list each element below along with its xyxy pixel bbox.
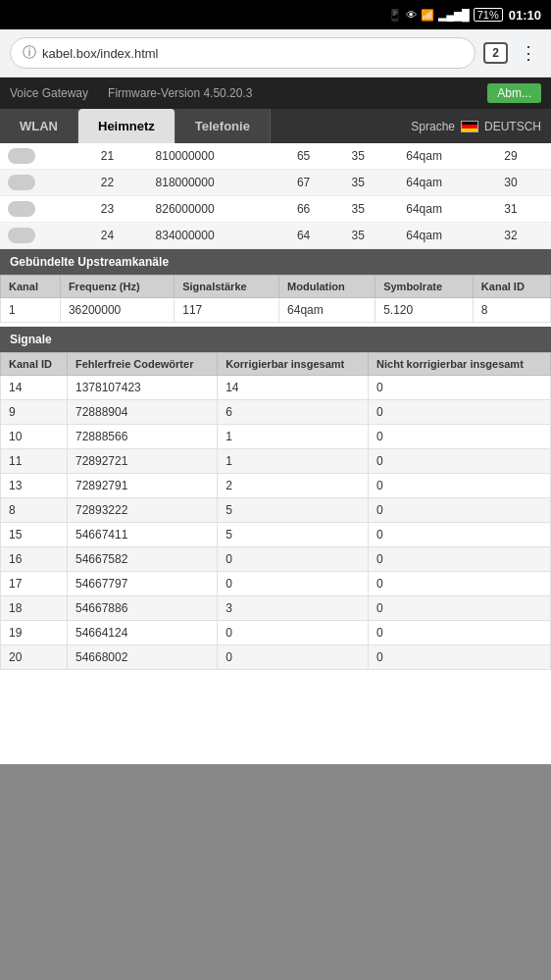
tab-telefonie[interactable]: Telefonie (175, 109, 271, 143)
tab-heimnetz[interactable]: Heimnetz (78, 109, 175, 143)
bundled-table: KanalFrequenz (Hz)SignalstärkeModulation… (0, 275, 551, 323)
toggle-cell[interactable] (0, 170, 93, 196)
toggle-button[interactable] (8, 148, 35, 164)
status-icons: 📱 👁 📶 ▂▄▆█ 71% (388, 8, 503, 22)
tab-count[interactable]: 2 (483, 42, 508, 64)
table-row: 117289272110 (1, 449, 551, 474)
row-id: 32 (496, 223, 551, 249)
url-text: kabel.box/index.html (42, 46, 159, 61)
column-header: Fehlerfreie Codewörter (68, 353, 218, 376)
table-row: 205466800200 (1, 645, 551, 670)
row-v2: 35 (344, 143, 399, 170)
row-id: 31 (496, 196, 551, 223)
table-cell: 1378107423 (68, 376, 218, 400)
deutsch-label: DEUTSCH (484, 120, 541, 133)
router-topbar: Voice Gateway Firmware-Version 4.50.20.3… (0, 77, 551, 109)
table-cell: 0 (218, 547, 369, 572)
table-cell: 54668002 (68, 645, 218, 670)
row-id: 29 (496, 143, 551, 170)
battery-icon: 71% (474, 8, 503, 22)
table-cell: 5 (218, 523, 369, 547)
table-row: 175466779700 (1, 572, 551, 596)
table-row: 155466741150 (1, 523, 551, 547)
table-cell: 10 (1, 425, 68, 449)
column-header: Korrigierbar insgesamt (218, 353, 369, 376)
row-v2: 35 (344, 170, 399, 196)
table-row: 21 810000000 65 35 64qam 29 (0, 143, 551, 170)
table-cell: 5.120 (376, 298, 474, 323)
table-row: 195466412400 (1, 621, 551, 645)
table-cell: 8 (1, 498, 68, 523)
bundled-section: KanalFrequenz (Hz)SignalstärkeModulation… (0, 275, 551, 323)
row-num: 24 (93, 223, 148, 249)
table-cell: 1 (1, 298, 61, 323)
table-cell: 1 (218, 425, 369, 449)
row-freq: 834000000 (148, 223, 289, 249)
wifi-icon: 📶 (421, 9, 434, 22)
table-cell: 14 (218, 376, 369, 400)
abm-button[interactable]: Abm... (487, 83, 541, 103)
signal-icon: ▂▄▆█ (438, 9, 470, 22)
clock: 01:10 (509, 8, 541, 23)
url-bar[interactable]: ⓘ kabel.box/index.html (10, 37, 476, 69)
row-num: 21 (93, 143, 148, 170)
table-cell: 0 (218, 645, 369, 670)
table-cell: 14 (1, 376, 68, 400)
language-selector[interactable]: Sprache DEUTSCH (401, 110, 551, 143)
table-row: 141378107423140 (1, 376, 551, 400)
column-header: Modulation (279, 276, 376, 298)
column-header: Kanal ID (473, 276, 550, 298)
row-v1: 64 (289, 223, 344, 249)
table-cell: 17 (1, 572, 68, 596)
page-content: Voice Gateway Firmware-Version 4.50.20.3… (0, 77, 551, 764)
row-mod: 64qam (398, 170, 496, 196)
row-v1: 67 (289, 170, 344, 196)
table-cell: 9 (1, 400, 68, 425)
table-row: 137289279120 (1, 474, 551, 498)
toggle-button[interactable] (8, 201, 35, 217)
column-header: Frequenz (Hz) (60, 276, 174, 298)
firmware-label: Firmware-Version 4.50.20.3 (108, 86, 252, 100)
row-id: 30 (496, 170, 551, 196)
row-v2: 35 (344, 196, 399, 223)
column-header: Kanal ID (1, 353, 68, 376)
toggle-cell[interactable] (0, 143, 93, 170)
table-cell: 64qam (279, 298, 376, 323)
toggle-button[interactable] (8, 228, 35, 243)
table-cell: 6 (218, 400, 369, 425)
table-row: 24 834000000 64 35 64qam 32 (0, 223, 551, 249)
toggle-cell[interactable] (0, 223, 93, 249)
info-icon: ⓘ (23, 44, 36, 62)
row-freq: 818000000 (148, 170, 289, 196)
table-cell: 16 (1, 547, 68, 572)
table-cell: 54667411 (68, 523, 218, 547)
upstream-table: 21 810000000 65 35 64qam 29 22 818000000… (0, 143, 551, 249)
table-cell: 8 (473, 298, 550, 323)
browser-menu-button[interactable]: ⋮ (516, 40, 541, 66)
table-row: 22 818000000 67 35 64qam 30 (0, 170, 551, 196)
row-freq: 810000000 (148, 143, 289, 170)
table-cell: 19 (1, 621, 68, 645)
table-cell: 36200000 (60, 298, 174, 323)
toggle-button[interactable] (8, 175, 35, 190)
table-cell: 72888566 (68, 425, 218, 449)
column-header: Nicht korrigierbar insgesamt (369, 353, 551, 376)
table-cell: 1 (218, 449, 369, 474)
table-cell: 0 (369, 400, 551, 425)
table-cell: 15 (1, 523, 68, 547)
table-cell: 0 (369, 376, 551, 400)
table-cell: 0 (369, 498, 551, 523)
table-cell: 117 (175, 298, 279, 323)
row-mod: 64qam (398, 196, 496, 223)
row-mod: 64qam (398, 143, 496, 170)
table-cell: 0 (369, 547, 551, 572)
signals-table: Kanal IDFehlerfreie CodewörterKorrigierb… (0, 352, 551, 670)
row-mod: 64qam (398, 223, 496, 249)
table-cell: 0 (369, 645, 551, 670)
tab-wlan[interactable]: WLAN (0, 109, 78, 143)
table-cell: 72892721 (68, 449, 218, 474)
table-cell: 0 (369, 572, 551, 596)
toggle-cell[interactable] (0, 196, 93, 223)
table-row: 97288890460 (1, 400, 551, 425)
table-cell: 54667797 (68, 572, 218, 596)
